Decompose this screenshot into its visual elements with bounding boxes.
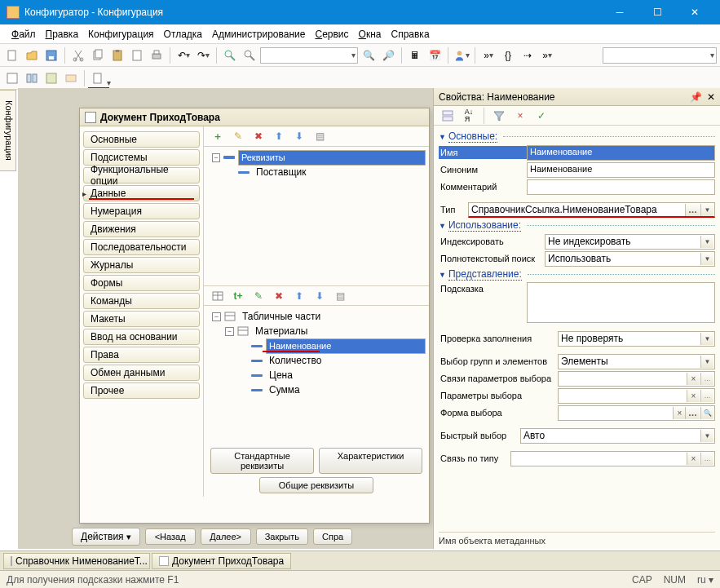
nav-dannye[interactable]: ▸Данные — [83, 185, 200, 201]
cut-icon[interactable] — [69, 46, 87, 64]
close-button[interactable]: ✕ — [676, 0, 713, 24]
config-side-tab[interactable]: Конфигурация — [0, 90, 16, 171]
wintab-dokument[interactable]: Документ ПриходТовара — [152, 553, 291, 569]
tree-materialy[interactable]: Материалы — [252, 325, 311, 338]
search2-icon[interactable]: 🔍 — [700, 407, 713, 419]
select-typelink[interactable]: ×… — [510, 451, 715, 466]
actions-button[interactable]: Действия ▾ — [72, 528, 140, 546]
find-next-icon[interactable]: 🔍 — [360, 46, 378, 64]
nav-prochee[interactable]: Прочее — [83, 382, 200, 399]
select-quicksel[interactable]: Авто▼ — [520, 428, 715, 444]
delete2-icon[interactable]: ✖ — [270, 287, 288, 305]
debug-into-icon[interactable]: ⇢ — [519, 46, 537, 64]
up2-icon[interactable]: ⬆ — [290, 287, 308, 305]
tb2-b-icon[interactable] — [23, 69, 41, 87]
tree-summa[interactable]: Сумма — [266, 383, 303, 396]
zoom-icon[interactable] — [241, 46, 258, 64]
back-button[interactable]: <Назад — [145, 528, 196, 545]
tree-top[interactable]: − Реквизиты Поставщик — [204, 146, 429, 285]
search-combo[interactable]: ▾ — [260, 47, 358, 64]
next-button[interactable]: Далее> — [201, 528, 251, 545]
type-dots-icon[interactable]: … — [685, 204, 700, 216]
menu-edit[interactable]: Правка — [41, 27, 84, 42]
nav-numeratsiya[interactable]: Нумерация — [83, 203, 200, 219]
clear-icon[interactable]: × — [687, 453, 700, 465]
common-attrs-button[interactable]: Общие реквизиты — [259, 477, 373, 493]
table-icon[interactable] — [209, 287, 227, 305]
tb2-new-icon[interactable]: ▾ — [89, 69, 107, 87]
collapse3-icon[interactable]: − — [225, 327, 234, 336]
filter-icon[interactable] — [490, 107, 508, 125]
open-icon[interactable] — [23, 46, 41, 64]
select-groupsel[interactable]: Элементы▼ — [558, 354, 715, 369]
copy-icon[interactable] — [89, 46, 107, 64]
nav-dvizheniya[interactable]: Движения — [83, 221, 200, 237]
tree-postavshik[interactable]: Поставщик — [253, 166, 310, 179]
menu-service[interactable]: Сервис — [310, 27, 353, 42]
nav-prava[interactable]: Права — [83, 347, 200, 363]
textarea-hint[interactable] — [527, 282, 715, 323]
right-combo[interactable]: ▾ — [603, 47, 717, 64]
menu-config[interactable]: Конфигурация — [83, 27, 159, 42]
characteristics-button[interactable]: Характеристики — [319, 448, 422, 474]
select-index[interactable]: Не индексировать▼ — [545, 234, 715, 250]
nav-formy[interactable]: Формы — [83, 275, 200, 291]
input-comment[interactable] — [527, 179, 715, 195]
edit-icon[interactable]: ✎ — [229, 127, 247, 145]
maximize-button[interactable]: ☐ — [638, 0, 676, 24]
cal-icon[interactable]: 📅 — [426, 46, 444, 64]
dots-icon[interactable]: … — [685, 407, 700, 419]
wintab-spravochnik[interactable]: Справочник НименованиеТ... — [3, 553, 150, 569]
find-icon[interactable] — [221, 46, 239, 64]
redo-icon[interactable]: ↷▾ — [194, 46, 212, 64]
edit2-icon[interactable]: ✎ — [250, 287, 267, 305]
select-type[interactable]: СправочникСсылка.НименованиеТовара…▼ — [468, 202, 715, 218]
add-icon[interactable]: ＋ — [209, 127, 227, 145]
down2-icon[interactable]: ⬇ — [311, 287, 329, 305]
nav-zhurnaly[interactable]: Журналы — [83, 257, 200, 273]
chevron-down-icon[interactable]: ▼ — [700, 204, 713, 216]
menu-debug[interactable]: Отладка — [159, 27, 207, 42]
more2-icon[interactable]: »▾ — [538, 46, 556, 64]
help-button[interactable]: Спра — [313, 528, 352, 545]
input-synonym[interactable]: Наименование — [527, 162, 715, 178]
collapse-icon[interactable]: − — [212, 153, 220, 162]
tree-bottom[interactable]: − Табличные части − Материалы Наименован… — [204, 305, 429, 444]
tb2-a-icon[interactable] — [3, 69, 21, 87]
check-icon[interactable]: ✓ — [532, 107, 550, 125]
minimize-button[interactable]: ─ — [601, 0, 638, 24]
sort-icon[interactable]: ▤ — [311, 127, 329, 145]
x-icon[interactable]: × — [511, 107, 529, 125]
nav-vvod[interactable]: Ввод на основании — [83, 329, 200, 345]
nav-osnovnye[interactable]: Основные — [83, 131, 200, 148]
status-lang[interactable]: ru ▾ — [697, 574, 713, 586]
section-view[interactable]: Представление: — [439, 268, 715, 281]
undo-icon[interactable]: ↶▾ — [174, 46, 192, 64]
tree-tsena[interactable]: Цена — [266, 369, 296, 382]
down-icon[interactable]: ⬇ — [290, 127, 308, 145]
menu-windows[interactable]: Окна — [354, 27, 387, 42]
sort2-icon[interactable]: ▤ — [331, 287, 349, 305]
tree-tabparts[interactable]: Табличные части — [239, 310, 324, 323]
print-icon[interactable] — [148, 46, 166, 64]
up-icon[interactable]: ⬆ — [270, 127, 288, 145]
clipboard-icon[interactable] — [128, 46, 146, 64]
user-icon[interactable]: ▾ — [453, 46, 470, 64]
debug-step-icon[interactable]: {} — [499, 46, 517, 64]
section-main[interactable]: Основные: — [439, 130, 715, 143]
nav-funcopts[interactable]: Функциональные опции — [83, 167, 200, 183]
menu-file[interactable]: Файл — [7, 27, 41, 42]
clear-icon[interactable]: × — [673, 407, 686, 419]
nav-komandy[interactable]: Команды — [83, 293, 200, 309]
clear-icon[interactable]: × — [687, 373, 700, 385]
close-doc-button[interactable]: Закрыть — [256, 528, 308, 545]
nav-posl[interactable]: Последовательности — [83, 239, 200, 255]
tree-rekvizity[interactable]: Реквизиты — [238, 150, 426, 166]
nav-podsistemy[interactable]: Подсистемы — [83, 149, 200, 166]
clear-icon[interactable]: × — [687, 390, 700, 402]
cat-icon[interactable] — [439, 107, 457, 125]
menu-help[interactable]: Справка — [386, 27, 434, 42]
close-panel-icon[interactable]: ✕ — [707, 91, 715, 103]
doc-header[interactable]: Документ ПриходТовара — [80, 108, 429, 126]
sort-az-icon[interactable]: A↓Я — [460, 107, 478, 125]
